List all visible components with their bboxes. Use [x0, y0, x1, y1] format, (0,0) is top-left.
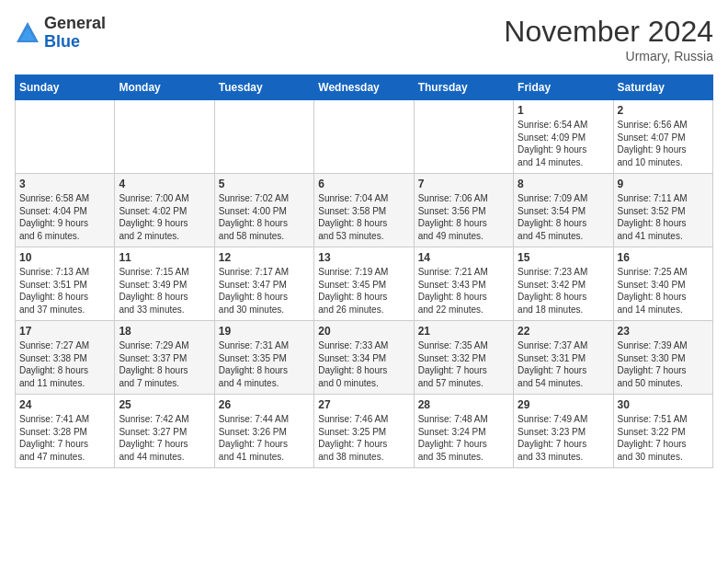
day-number: 18: [119, 325, 210, 338]
day-number: 21: [418, 325, 509, 338]
location: Urmary, Russia: [504, 49, 713, 63]
calendar-cell: 21Sunrise: 7:35 AM Sunset: 3:32 PM Dayli…: [414, 321, 513, 395]
day-info: Sunrise: 7:06 AM Sunset: 3:56 PM Dayligh…: [418, 192, 509, 242]
day-info: Sunrise: 7:04 AM Sunset: 3:58 PM Dayligh…: [318, 192, 409, 242]
calendar-cell: [214, 100, 313, 174]
week-row-3: 10Sunrise: 7:13 AM Sunset: 3:51 PM Dayli…: [16, 247, 713, 321]
day-number: 12: [219, 251, 310, 264]
calendar-cell: 28Sunrise: 7:48 AM Sunset: 3:24 PM Dayli…: [414, 395, 513, 468]
day-number: 1: [518, 104, 609, 117]
day-info: Sunrise: 7:46 AM Sunset: 3:25 PM Dayligh…: [318, 413, 409, 463]
day-info: Sunrise: 7:51 AM Sunset: 3:22 PM Dayligh…: [618, 413, 709, 463]
calendar-cell: 27Sunrise: 7:46 AM Sunset: 3:25 PM Dayli…: [314, 395, 414, 468]
day-number: 3: [19, 178, 110, 190]
calendar-cell: 30Sunrise: 7:51 AM Sunset: 3:22 PM Dayli…: [613, 395, 712, 468]
day-info: Sunrise: 7:27 AM Sunset: 3:38 PM Dayligh…: [19, 339, 110, 389]
logo-text: General Blue: [44, 15, 106, 52]
day-info: Sunrise: 7:42 AM Sunset: 3:27 PM Dayligh…: [119, 413, 210, 463]
day-info: Sunrise: 7:19 AM Sunset: 3:45 PM Dayligh…: [318, 266, 409, 316]
week-row-4: 17Sunrise: 7:27 AM Sunset: 3:38 PM Dayli…: [16, 321, 713, 395]
day-info: Sunrise: 7:17 AM Sunset: 3:47 PM Dayligh…: [219, 266, 310, 316]
day-info: Sunrise: 7:48 AM Sunset: 3:24 PM Dayligh…: [418, 413, 509, 463]
calendar-cell: 11Sunrise: 7:15 AM Sunset: 3:49 PM Dayli…: [115, 247, 214, 321]
calendar-cell: [314, 100, 414, 174]
day-info: Sunrise: 7:39 AM Sunset: 3:30 PM Dayligh…: [618, 339, 709, 389]
day-info: Sunrise: 7:00 AM Sunset: 4:02 PM Dayligh…: [119, 192, 210, 242]
weekday-header-sunday: Sunday: [16, 75, 115, 100]
calendar-cell: 4Sunrise: 7:00 AM Sunset: 4:02 PM Daylig…: [115, 174, 214, 247]
calendar-cell: 16Sunrise: 7:25 AM Sunset: 3:40 PM Dayli…: [613, 247, 712, 321]
day-number: 11: [119, 251, 210, 264]
calendar-cell: 18Sunrise: 7:29 AM Sunset: 3:37 PM Dayli…: [115, 321, 214, 395]
calendar-cell: 17Sunrise: 7:27 AM Sunset: 3:38 PM Dayli…: [16, 321, 115, 395]
weekday-header-monday: Monday: [115, 75, 214, 100]
day-info: Sunrise: 7:21 AM Sunset: 3:43 PM Dayligh…: [418, 266, 509, 316]
day-number: 20: [318, 325, 409, 338]
calendar-cell: [115, 100, 214, 174]
weekday-header-wednesday: Wednesday: [314, 75, 414, 100]
day-info: Sunrise: 7:15 AM Sunset: 3:49 PM Dayligh…: [119, 266, 210, 316]
calendar-cell: 15Sunrise: 7:23 AM Sunset: 3:42 PM Dayli…: [514, 247, 613, 321]
calendar-cell: 3Sunrise: 6:58 AM Sunset: 4:04 PM Daylig…: [16, 174, 115, 247]
title-block: November 2024 Urmary, Russia: [504, 15, 713, 63]
month-title: November 2024: [504, 15, 713, 49]
day-number: 7: [418, 178, 509, 190]
day-number: 13: [318, 251, 409, 264]
day-number: 5: [219, 178, 310, 190]
calendar-cell: 19Sunrise: 7:31 AM Sunset: 3:35 PM Dayli…: [214, 321, 313, 395]
day-info: Sunrise: 6:54 AM Sunset: 4:09 PM Dayligh…: [518, 119, 609, 168]
day-info: Sunrise: 7:25 AM Sunset: 3:40 PM Dayligh…: [618, 266, 709, 316]
day-info: Sunrise: 7:29 AM Sunset: 3:37 PM Dayligh…: [119, 339, 210, 389]
calendar-cell: 13Sunrise: 7:19 AM Sunset: 3:45 PM Dayli…: [314, 247, 414, 321]
logo: General Blue: [15, 15, 106, 52]
week-row-5: 24Sunrise: 7:41 AM Sunset: 3:28 PM Dayli…: [16, 395, 713, 468]
day-number: 29: [518, 398, 609, 411]
day-number: 10: [19, 251, 110, 264]
day-number: 14: [418, 251, 509, 264]
day-info: Sunrise: 7:23 AM Sunset: 3:42 PM Dayligh…: [518, 266, 609, 316]
calendar-table: SundayMondayTuesdayWednesdayThursdayFrid…: [15, 75, 713, 468]
calendar-cell: 6Sunrise: 7:04 AM Sunset: 3:58 PM Daylig…: [314, 174, 414, 247]
calendar-cell: 14Sunrise: 7:21 AM Sunset: 3:43 PM Dayli…: [414, 247, 513, 321]
week-row-2: 3Sunrise: 6:58 AM Sunset: 4:04 PM Daylig…: [16, 174, 713, 247]
calendar-cell: [414, 100, 513, 174]
calendar-cell: [16, 100, 115, 174]
calendar-cell: 23Sunrise: 7:39 AM Sunset: 3:30 PM Dayli…: [613, 321, 712, 395]
calendar-cell: 26Sunrise: 7:44 AM Sunset: 3:26 PM Dayli…: [214, 395, 313, 468]
calendar-cell: 24Sunrise: 7:41 AM Sunset: 3:28 PM Dayli…: [16, 395, 115, 468]
day-info: Sunrise: 6:58 AM Sunset: 4:04 PM Dayligh…: [19, 192, 110, 242]
day-number: 6: [318, 178, 409, 190]
day-number: 30: [618, 398, 709, 411]
logo-blue: Blue: [44, 33, 106, 52]
day-number: 8: [518, 178, 609, 190]
day-number: 27: [318, 398, 409, 411]
calendar-cell: 9Sunrise: 7:11 AM Sunset: 3:52 PM Daylig…: [613, 174, 712, 247]
weekday-header-friday: Friday: [514, 75, 613, 100]
page-header: General Blue November 2024 Urmary, Russi…: [15, 15, 713, 63]
calendar-cell: 5Sunrise: 7:02 AM Sunset: 4:00 PM Daylig…: [214, 174, 313, 247]
day-info: Sunrise: 7:31 AM Sunset: 3:35 PM Dayligh…: [219, 339, 310, 389]
day-number: 25: [119, 398, 210, 411]
day-info: Sunrise: 7:09 AM Sunset: 3:54 PM Dayligh…: [518, 192, 609, 242]
day-number: 4: [119, 178, 210, 190]
day-number: 19: [219, 325, 310, 338]
day-info: Sunrise: 7:33 AM Sunset: 3:34 PM Dayligh…: [318, 339, 409, 389]
day-info: Sunrise: 7:41 AM Sunset: 3:28 PM Dayligh…: [19, 413, 110, 463]
day-info: Sunrise: 6:56 AM Sunset: 4:07 PM Dayligh…: [618, 119, 709, 168]
day-number: 23: [618, 325, 709, 338]
calendar-cell: 29Sunrise: 7:49 AM Sunset: 3:23 PM Dayli…: [514, 395, 613, 468]
week-row-1: 1Sunrise: 6:54 AM Sunset: 4:09 PM Daylig…: [16, 100, 713, 174]
day-number: 9: [618, 178, 709, 190]
day-number: 28: [418, 398, 509, 411]
day-info: Sunrise: 7:37 AM Sunset: 3:31 PM Dayligh…: [518, 339, 609, 389]
day-info: Sunrise: 7:49 AM Sunset: 3:23 PM Dayligh…: [518, 413, 609, 463]
weekday-header-thursday: Thursday: [414, 75, 513, 100]
calendar-cell: 1Sunrise: 6:54 AM Sunset: 4:09 PM Daylig…: [514, 100, 613, 174]
weekday-header-saturday: Saturday: [613, 75, 712, 100]
day-number: 16: [618, 251, 709, 264]
day-number: 22: [518, 325, 609, 338]
calendar-cell: 8Sunrise: 7:09 AM Sunset: 3:54 PM Daylig…: [514, 174, 613, 247]
day-info: Sunrise: 7:35 AM Sunset: 3:32 PM Dayligh…: [418, 339, 509, 389]
day-number: 17: [19, 325, 110, 338]
day-number: 26: [219, 398, 310, 411]
